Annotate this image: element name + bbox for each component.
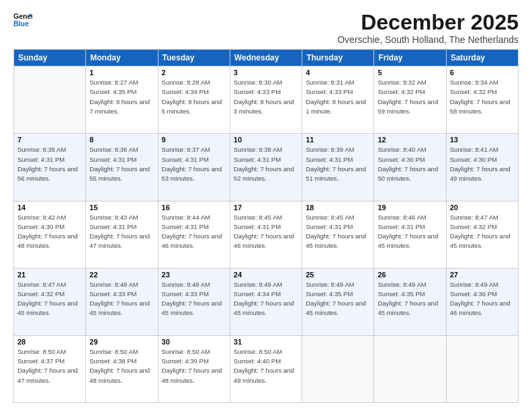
day-info: Sunrise: 8:37 AMSunset: 4:31 PMDaylight:… — [162, 145, 226, 183]
day-info: Sunrise: 8:49 AMSunset: 4:35 PMDaylight:… — [306, 280, 370, 318]
day-info: Sunrise: 8:43 AMSunset: 4:31 PMDaylight:… — [89, 213, 154, 251]
week-row: 28Sunrise: 8:50 AMSunset: 4:37 PMDayligh… — [14, 335, 519, 402]
col-saturday: Saturday — [446, 50, 518, 66]
week-row: 7Sunrise: 8:35 AMSunset: 4:31 PMDaylight… — [14, 134, 519, 201]
week-row: 14Sunrise: 8:42 AMSunset: 4:30 PMDayligh… — [14, 201, 519, 268]
day-info: Sunrise: 8:45 AMSunset: 4:31 PMDaylight:… — [306, 213, 370, 251]
table-row: 22Sunrise: 8:48 AMSunset: 4:33 PMDayligh… — [86, 268, 158, 335]
svg-text:Blue: Blue — [13, 19, 29, 28]
day-number: 5 — [378, 68, 442, 77]
table-row: 29Sunrise: 8:50 AMSunset: 4:38 PMDayligh… — [86, 335, 158, 402]
day-number: 8 — [89, 136, 154, 144]
table-row: 16Sunrise: 8:44 AMSunset: 4:31 PMDayligh… — [158, 201, 230, 268]
day-number: 30 — [162, 338, 226, 346]
day-info: Sunrise: 8:30 AMSunset: 4:33 PMDaylight:… — [234, 78, 298, 116]
logo: General Blue — [13, 11, 32, 30]
day-info: Sunrise: 8:49 AMSunset: 4:34 PMDaylight:… — [234, 280, 298, 318]
title-block: December 2025 Overschie, South Holland, … — [337, 11, 519, 45]
table-row: 30Sunrise: 8:50 AMSunset: 4:39 PMDayligh… — [158, 335, 230, 402]
table-row: 7Sunrise: 8:35 AMSunset: 4:31 PMDaylight… — [14, 134, 86, 201]
day-number: 17 — [234, 203, 298, 212]
day-number: 6 — [450, 68, 515, 77]
day-info: Sunrise: 8:32 AMSunset: 4:32 PMDaylight:… — [378, 78, 442, 116]
day-info: Sunrise: 8:44 AMSunset: 4:31 PMDaylight:… — [162, 213, 226, 251]
day-number: 15 — [89, 203, 154, 212]
day-number: 21 — [17, 271, 82, 279]
week-row: 21Sunrise: 8:47 AMSunset: 4:32 PMDayligh… — [14, 268, 519, 335]
table-row — [14, 66, 86, 134]
day-number: 12 — [378, 136, 442, 144]
day-info: Sunrise: 8:47 AMSunset: 4:32 PMDaylight:… — [450, 213, 515, 251]
table-row: 14Sunrise: 8:42 AMSunset: 4:30 PMDayligh… — [14, 201, 86, 268]
table-row: 25Sunrise: 8:49 AMSunset: 4:35 PMDayligh… — [302, 268, 374, 335]
day-info: Sunrise: 8:35 AMSunset: 4:31 PMDaylight:… — [17, 145, 82, 183]
table-row: 26Sunrise: 8:49 AMSunset: 4:35 PMDayligh… — [374, 268, 446, 335]
day-info: Sunrise: 8:48 AMSunset: 4:33 PMDaylight:… — [89, 280, 154, 318]
day-info: Sunrise: 8:42 AMSunset: 4:30 PMDaylight:… — [17, 213, 82, 251]
day-info: Sunrise: 8:39 AMSunset: 4:31 PMDaylight:… — [306, 145, 370, 183]
day-info: Sunrise: 8:31 AMSunset: 4:33 PMDaylight:… — [306, 78, 370, 116]
table-row: 15Sunrise: 8:43 AMSunset: 4:31 PMDayligh… — [86, 201, 158, 268]
day-info: Sunrise: 8:47 AMSunset: 4:32 PMDaylight:… — [17, 280, 82, 318]
header-row: Sunday Monday Tuesday Wednesday Thursday… — [14, 50, 519, 66]
logo-icon: General Blue — [13, 11, 32, 30]
day-number: 18 — [306, 203, 370, 212]
day-number: 14 — [17, 203, 82, 212]
subtitle: Overschie, South Holland, The Netherland… — [337, 34, 519, 45]
table-row: 28Sunrise: 8:50 AMSunset: 4:37 PMDayligh… — [14, 335, 86, 402]
table-row: 6Sunrise: 8:34 AMSunset: 4:32 PMDaylight… — [446, 66, 518, 134]
table-row — [302, 335, 374, 402]
day-number: 29 — [89, 338, 154, 346]
table-row — [446, 335, 518, 402]
col-monday: Monday — [86, 50, 158, 66]
day-number: 2 — [162, 68, 226, 77]
day-number: 4 — [306, 68, 370, 77]
day-info: Sunrise: 8:38 AMSunset: 4:31 PMDaylight:… — [234, 145, 298, 183]
table-row: 31Sunrise: 8:50 AMSunset: 4:40 PMDayligh… — [230, 335, 302, 402]
table-row: 8Sunrise: 8:36 AMSunset: 4:31 PMDaylight… — [86, 134, 158, 201]
day-info: Sunrise: 8:49 AMSunset: 4:35 PMDaylight:… — [378, 280, 442, 318]
table-row: 9Sunrise: 8:37 AMSunset: 4:31 PMDaylight… — [158, 134, 230, 201]
day-number: 10 — [234, 136, 298, 144]
day-info: Sunrise: 8:34 AMSunset: 4:32 PMDaylight:… — [450, 78, 515, 116]
table-row — [374, 335, 446, 402]
day-number: 23 — [162, 271, 226, 279]
day-number: 22 — [89, 271, 154, 279]
day-info: Sunrise: 8:28 AMSunset: 4:34 PMDaylight:… — [162, 78, 226, 116]
day-number: 24 — [234, 271, 298, 279]
day-info: Sunrise: 8:50 AMSunset: 4:39 PMDaylight:… — [162, 347, 226, 385]
day-number: 1 — [89, 68, 154, 77]
col-sunday: Sunday — [14, 50, 86, 66]
table-row: 3Sunrise: 8:30 AMSunset: 4:33 PMDaylight… — [230, 66, 302, 134]
table-row: 18Sunrise: 8:45 AMSunset: 4:31 PMDayligh… — [302, 201, 374, 268]
day-number: 20 — [450, 203, 515, 212]
col-tuesday: Tuesday — [158, 50, 230, 66]
table-row: 12Sunrise: 8:40 AMSunset: 4:30 PMDayligh… — [374, 134, 446, 201]
table-row: 23Sunrise: 8:48 AMSunset: 4:33 PMDayligh… — [158, 268, 230, 335]
day-info: Sunrise: 8:41 AMSunset: 4:30 PMDaylight:… — [450, 145, 515, 183]
table-row: 11Sunrise: 8:39 AMSunset: 4:31 PMDayligh… — [302, 134, 374, 201]
table-row: 27Sunrise: 8:49 AMSunset: 4:36 PMDayligh… — [446, 268, 518, 335]
day-info: Sunrise: 8:27 AMSunset: 4:35 PMDaylight:… — [89, 78, 154, 116]
table-row: 2Sunrise: 8:28 AMSunset: 4:34 PMDaylight… — [158, 66, 230, 134]
day-number: 3 — [234, 68, 298, 77]
day-number: 13 — [450, 136, 515, 144]
day-number: 7 — [17, 136, 82, 144]
calendar-table: Sunday Monday Tuesday Wednesday Thursday… — [13, 49, 519, 403]
col-friday: Friday — [374, 50, 446, 66]
col-thursday: Thursday — [302, 50, 374, 66]
table-row: 1Sunrise: 8:27 AMSunset: 4:35 PMDaylight… — [86, 66, 158, 134]
day-info: Sunrise: 8:40 AMSunset: 4:30 PMDaylight:… — [378, 145, 442, 183]
day-number: 31 — [234, 338, 298, 346]
day-info: Sunrise: 8:36 AMSunset: 4:31 PMDaylight:… — [89, 145, 154, 183]
day-info: Sunrise: 8:46 AMSunset: 4:31 PMDaylight:… — [378, 213, 442, 251]
table-row: 19Sunrise: 8:46 AMSunset: 4:31 PMDayligh… — [374, 201, 446, 268]
page: General Blue December 2025 Overschie, So… — [0, 0, 532, 411]
day-info: Sunrise: 8:48 AMSunset: 4:33 PMDaylight:… — [162, 280, 226, 318]
day-info: Sunrise: 8:45 AMSunset: 4:31 PMDaylight:… — [234, 213, 298, 251]
day-info: Sunrise: 8:49 AMSunset: 4:36 PMDaylight:… — [450, 280, 515, 318]
week-row: 1Sunrise: 8:27 AMSunset: 4:35 PMDaylight… — [14, 66, 519, 134]
table-row: 20Sunrise: 8:47 AMSunset: 4:32 PMDayligh… — [446, 201, 518, 268]
day-number: 26 — [378, 271, 442, 279]
day-number: 25 — [306, 271, 370, 279]
